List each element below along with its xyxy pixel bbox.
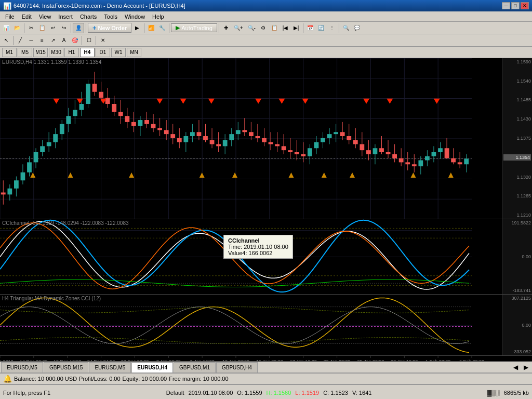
crosshair-button[interactable]: ✚: [221, 23, 231, 33]
menu-view[interactable]: View: [36, 13, 55, 20]
period-h4[interactable]: H4: [80, 48, 95, 57]
menu-file[interactable]: File: [2, 13, 18, 20]
price-5: 1.1375: [503, 136, 531, 141]
separator-6: [219, 23, 219, 33]
status-free-margin: Free margin: 10 000.00: [169, 376, 228, 382]
price-6: 1.1320: [503, 175, 531, 180]
go-home-button[interactable]: |◀: [280, 23, 290, 33]
menu-charts[interactable]: Charts: [77, 13, 100, 20]
tooltip-value: Value4: 166.0062: [228, 250, 288, 256]
price-2: 1.1540: [503, 78, 531, 84]
tooltip-title: CCIchannel: [228, 237, 288, 244]
autotrading-button[interactable]: ▶ AutoTrading: [171, 23, 217, 32]
tab-scroll-left[interactable]: ◀: [510, 362, 521, 373]
tooltip-time: Time: 2019.01.10 08:00: [228, 244, 288, 250]
window-title: 64007144: InstaForex-1Demo.com - Demo Ac…: [14, 3, 185, 9]
objects-button[interactable]: ☐: [84, 35, 94, 46]
cursor-button[interactable]: ↖: [1, 35, 11, 46]
delete-button[interactable]: ✕: [98, 35, 108, 46]
cut-button[interactable]: ✂: [26, 23, 36, 33]
sep-d2: [82, 36, 82, 45]
properties-button[interactable]: ⚙: [258, 23, 269, 33]
restore-button[interactable]: □: [511, 2, 520, 9]
period-d1[interactable]: D1: [96, 48, 110, 57]
new-order-button[interactable]: + New Order: [88, 23, 131, 33]
sep-d1: [13, 36, 14, 45]
comments-button[interactable]: 💬: [352, 23, 362, 33]
hline-button[interactable]: ─: [26, 35, 36, 46]
search-button[interactable]: 🔍: [341, 23, 351, 33]
period-m15[interactable]: M15: [33, 48, 48, 57]
x-axis: [0, 356, 532, 362]
buy-button[interactable]: ▶: [132, 23, 142, 33]
tri-price-2: 0.00: [503, 323, 531, 328]
period-sep-button[interactable]: 📅: [305, 23, 315, 33]
menu-insert[interactable]: Insert: [55, 13, 76, 20]
info-close: C: 1.1523: [323, 390, 348, 396]
expert-button[interactable]: 🔧: [157, 23, 167, 33]
period-mn[interactable]: MN: [127, 48, 141, 57]
status-equity: Equity: 10 000.00: [123, 376, 167, 382]
info-time: 2019.01.10 08:00: [189, 390, 233, 396]
info-volume: V: 1641: [352, 390, 372, 396]
chart-area: EURUSD,H4 1.1331 1.1359 1.1330 1.1354 1.…: [0, 58, 532, 362]
undo-button[interactable]: ↩: [48, 23, 58, 33]
window-controls: ─ □ ✕: [502, 2, 529, 9]
main-chart[interactable]: EURUSD,H4 1.1331 1.1359 1.1330 1.1354 1.…: [0, 58, 532, 219]
chart-tabs: EURUSD,M5 GBPUSD,M15 EURUSD,M5 EURUSD,H4…: [0, 362, 532, 373]
period-h1[interactable]: H1: [64, 48, 79, 57]
open-button[interactable]: 📂: [12, 23, 22, 33]
tri-chart[interactable]: H4 Triangular MA Dynamic Zones CCI (12) …: [0, 295, 532, 356]
separator-3: [86, 23, 86, 33]
line-button[interactable]: ╱: [15, 35, 25, 46]
indicator-list-button[interactable]: 📋: [269, 23, 280, 33]
close-button[interactable]: ✕: [521, 2, 529, 9]
info-profile: Default: [166, 390, 184, 396]
redo-button[interactable]: ↪: [59, 23, 69, 33]
info-bar-left: For Help, press F1: [3, 390, 50, 396]
more-button[interactable]: ⋮: [327, 23, 337, 33]
menu-help[interactable]: Help: [149, 13, 167, 20]
menu-edit[interactable]: Edit: [19, 13, 35, 20]
tab-gbpusd-m15[interactable]: GBPUSD,M15: [44, 362, 88, 373]
price-current: 1.1354: [503, 154, 531, 161]
cci-chart[interactable]: CCIchannel -117.1319 -148.0294 -122.0083…: [0, 219, 532, 295]
period-m1[interactable]: M1: [2, 48, 17, 57]
price-4: 1.1430: [503, 116, 531, 122]
tab-eurusd-h4[interactable]: EURUSD,H4: [131, 362, 173, 373]
profile-button[interactable]: 👤: [73, 23, 84, 33]
app-icon: 📊: [3, 2, 11, 10]
period-w1[interactable]: W1: [111, 48, 126, 57]
signal-button[interactable]: 📶: [146, 23, 156, 33]
minimize-button[interactable]: ─: [502, 2, 510, 9]
tab-eurusd-m5-2[interactable]: EURUSD,M5: [89, 362, 131, 373]
separator-8: [339, 23, 339, 33]
cci-chart-label: CCIchannel -117.1319 -148.0294 -122.0083…: [2, 220, 129, 226]
menu-tools[interactable]: Tools: [101, 13, 121, 20]
channel-button[interactable]: ≡: [37, 35, 47, 46]
price-7: 1.1265: [503, 193, 531, 198]
period-m30[interactable]: M30: [49, 48, 63, 57]
zoomout-button[interactable]: 🔍-: [246, 23, 258, 33]
tab-gbpusd-h4[interactable]: GBPUSD,H4: [216, 362, 258, 373]
info-low: L: 1.1519: [295, 390, 319, 396]
tab-gbpusd-m1[interactable]: GBPUSD,M1: [174, 362, 216, 373]
text-button[interactable]: A: [59, 35, 69, 46]
fib-button[interactable]: 🎯: [70, 35, 80, 46]
new-chart-button[interactable]: 📊: [1, 23, 11, 33]
copy-button[interactable]: 📋: [37, 23, 47, 33]
info-bar-right: ▓▒░ 6865/5 kb: [487, 390, 529, 396]
zoomin-button[interactable]: 🔍+: [232, 23, 245, 33]
status-profitloss: Profit/Loss: 0.00: [79, 376, 121, 382]
tri-chart-label: H4 Triangular MA Dynamic Zones CCI (12): [2, 296, 101, 301]
cci-price-3: -183.741: [503, 288, 531, 293]
tri-price-scale: 307.2125 0.00 -333.052: [502, 295, 532, 355]
menu-window[interactable]: Window: [122, 13, 148, 20]
period-m5[interactable]: M5: [18, 48, 32, 57]
go-end-button[interactable]: ▶|: [291, 23, 301, 33]
refresh-button[interactable]: 🔄: [316, 23, 326, 33]
arrow-button[interactable]: ↗: [48, 35, 58, 46]
separator-7: [303, 23, 303, 33]
tab-scroll-right[interactable]: ▶: [521, 362, 531, 373]
tab-eurusd-m5-1[interactable]: EURUSD,M5: [1, 362, 43, 373]
